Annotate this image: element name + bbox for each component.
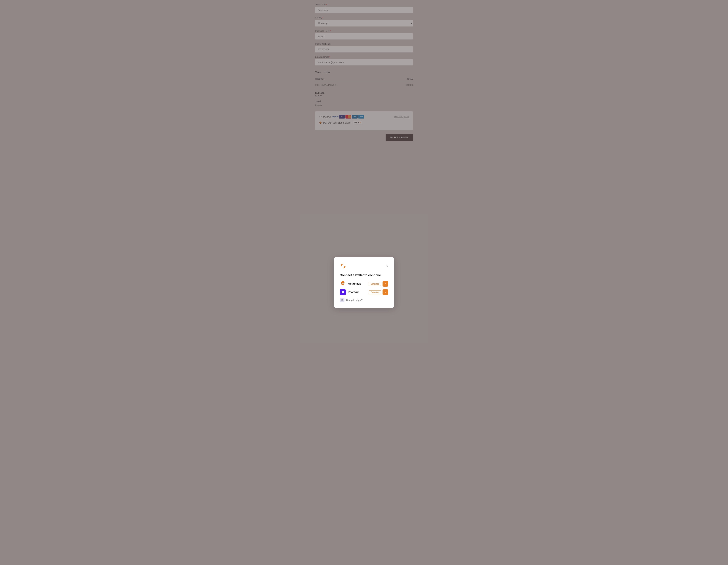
phantom-right: Detected (369, 289, 388, 295)
metamask-left: Metamask (340, 281, 361, 287)
ledger-icon (340, 298, 344, 302)
metamask-name: Metamask (348, 282, 361, 285)
arrow-right-icon-phantom (384, 291, 387, 294)
modal-overlay[interactable]: × Connect a wallet to continue (0, 0, 728, 565)
ledger-x-svg (341, 299, 343, 301)
modal-close-button[interactable]: × (386, 264, 388, 268)
phantom-ghost-svg (341, 291, 345, 294)
metamask-detected-badge: Detected (369, 282, 381, 286)
metamask-fox-svg (340, 281, 346, 287)
arrow-right-icon (384, 282, 387, 285)
ledger-link[interactable]: Using Ledger? (346, 299, 363, 302)
svg-point-10 (343, 284, 344, 284)
metamask-icon (340, 281, 346, 287)
phantom-connect-button[interactable] (383, 289, 388, 295)
modal-header: × (340, 263, 388, 269)
metamask-row: Metamask Detected (340, 281, 388, 287)
connect-wallet-modal: × Connect a wallet to continue (334, 257, 394, 308)
modal-logo-icon (340, 263, 346, 269)
phantom-left: Phantom (340, 289, 359, 295)
svg-point-9 (342, 284, 342, 284)
phantom-detected-badge: Detected (369, 291, 381, 294)
svg-point-16 (343, 292, 343, 292)
phantom-icon (340, 289, 346, 295)
metamask-right: Detected (369, 281, 388, 287)
ledger-row: Using Ledger? (340, 298, 388, 302)
metamask-connect-button[interactable] (383, 281, 388, 287)
phantom-name: Phantom (348, 291, 359, 294)
svg-point-15 (342, 292, 343, 292)
phantom-row: Phantom Detected (340, 289, 388, 295)
modal-title: Connect a wallet to continue (340, 273, 388, 277)
